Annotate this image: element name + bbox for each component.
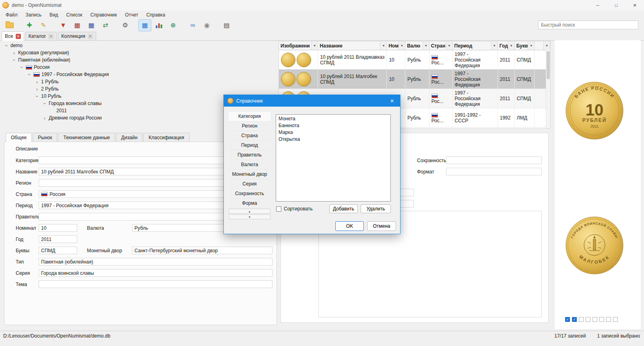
menu-reference[interactable]: Справочник (87, 11, 121, 19)
column-filter-icon[interactable]: ▾ (398, 41, 405, 50)
table-clean-button[interactable]: ▦ (71, 19, 84, 31)
column-filter-icon[interactable]: ▾ (528, 41, 534, 50)
tree-item-3[interactable]: ›Памятная (юбилейная) (2, 56, 276, 64)
field-input-12[interactable] (39, 280, 272, 288)
column-header-7[interactable]: Год▾ (497, 41, 514, 50)
coin-reverse-image[interactable]: ГОРОДА ВОИНСКОЙ СЛАВЫ МАЛГОБЕК (564, 215, 625, 276)
tree-expander-icon[interactable]: › (27, 72, 32, 77)
cell-country[interactable]: Рос... (429, 50, 452, 70)
detail-tab-4[interactable]: Дизайн (116, 133, 142, 142)
field-input-9[interactable]: СПМД (39, 247, 77, 254)
cell-period[interactable]: 1997 - Российская Федерация (452, 70, 497, 89)
tree-expander-icon[interactable]: › (12, 58, 17, 62)
field-input-8[interactable]: 2011 (39, 235, 77, 243)
dialog-section-9[interactable]: Сохранность (229, 189, 270, 199)
format-input[interactable] (446, 168, 542, 175)
image-slot-checkbox-3[interactable] (579, 317, 584, 322)
tree-expander-icon[interactable]: › (35, 94, 40, 99)
cell-nominal[interactable]: 10 (387, 50, 405, 70)
cell-letters[interactable]: СПМД (514, 50, 535, 70)
tab-close-icon[interactable]: ✕ (16, 34, 21, 39)
add-record-button[interactable]: ✚ (23, 19, 36, 31)
menu-record[interactable]: Запись (22, 11, 45, 19)
column-filter-icon[interactable]: ▾ (380, 41, 386, 50)
cell-currency[interactable]: Рубль (405, 50, 429, 70)
statistics-button[interactable] (153, 19, 165, 31)
tree-expander-icon[interactable]: › (19, 65, 25, 70)
cell-letters[interactable]: СПМД (514, 89, 535, 108)
table-scrollbar[interactable] (546, 50, 550, 128)
dialog-section-6[interactable]: Валюта (229, 160, 270, 170)
image-slot-checkbox-7[interactable] (606, 317, 611, 322)
tree-expander-icon[interactable]: › (12, 50, 17, 56)
tree-item-1[interactable]: ›demo (2, 42, 276, 49)
menu-report[interactable]: Отчет (121, 11, 142, 19)
cell-images[interactable] (279, 70, 318, 89)
sections-scroll-up-button[interactable]: ▲ (229, 209, 270, 214)
dialog-list-item-1[interactable]: Монета (276, 115, 390, 122)
cell-period[interactable]: 1991-1992 - СССР (452, 108, 497, 128)
dialog-list-item-2[interactable]: Банкнота (276, 122, 390, 129)
image-slot-checkbox-8[interactable] (613, 317, 618, 322)
sort-checkbox[interactable] (276, 206, 281, 212)
close-button[interactable]: ✕ (625, 0, 644, 10)
tree-item-7[interactable]: ›2 Рубль (2, 85, 276, 93)
cell-year[interactable]: 2011 (497, 70, 514, 89)
dialog-section-1[interactable]: Категория (229, 112, 270, 122)
table-select-button[interactable]: ▦ (85, 19, 98, 31)
image-slot-checkbox-2[interactable]: ✓ (572, 317, 577, 322)
field-input-10[interactable]: Памятная (юбилейная) (39, 258, 272, 266)
dialog-section-3[interactable]: Страна (229, 131, 270, 141)
column-filter-icon[interactable]: ▾ (311, 41, 318, 50)
settings-button[interactable]: ⚙ (119, 19, 132, 31)
dialog-section-8[interactable]: Серия (229, 179, 270, 189)
tree-item-4[interactable]: ›Россия (2, 64, 276, 71)
dialog-list-item-3[interactable]: Марка (276, 129, 390, 136)
link-button[interactable]: ∞ (186, 19, 199, 31)
cell-year[interactable]: 2011 (497, 89, 514, 108)
column-header-4[interactable]: Валю▾ (405, 41, 429, 50)
web-button[interactable]: ⊕ (167, 19, 180, 31)
tree-expander-icon[interactable]: › (4, 43, 9, 48)
tree-item-2[interactable]: ›Курсовая (регулярная) (2, 49, 276, 56)
price-button[interactable]: ◉ (200, 19, 213, 31)
view-tab-all[interactable]: Все✕ (2, 31, 24, 41)
tree-item-6[interactable]: ›1 Рубль (2, 78, 276, 85)
tree-expander-icon[interactable]: › (35, 79, 39, 84)
menu-list[interactable]: Список (62, 11, 87, 19)
column-filter-icon[interactable]: ▾ (508, 41, 514, 50)
column-header-6[interactable]: Период▾ (452, 41, 497, 50)
summary-panel-button[interactable]: ▤ (220, 19, 233, 31)
cell-name[interactable]: 10 рублей 2011 Малгобек СПМД (318, 70, 387, 89)
detail-tab-1[interactable]: Общее (6, 133, 32, 142)
tree-expander-icon[interactable]: › (35, 86, 39, 92)
field-input2-9[interactable]: Санкт-Петербургский монетный двор (132, 247, 272, 254)
column-filter-icon[interactable]: ▾ (491, 41, 497, 50)
dialog-section-4[interactable]: Период (229, 141, 270, 150)
image-slot-checkbox-6[interactable] (599, 317, 604, 322)
add-button[interactable]: Добавить (329, 204, 358, 213)
column-header-9[interactable]: ▾ (535, 41, 550, 50)
dialog-close-button[interactable]: ✕ (384, 95, 400, 107)
column-filter-icon[interactable]: ▾ (423, 41, 429, 50)
column-header-2[interactable]: Название▾ (318, 41, 387, 50)
open-collection-button[interactable] (3, 19, 16, 31)
remove-button[interactable]: Удалить (361, 204, 391, 213)
tree-item-5[interactable]: ›1997 - Российская Федерация (2, 71, 276, 78)
cell-name[interactable]: 10 рублей 2011 Владикавказ СПМД (318, 50, 387, 70)
column-filter-icon[interactable]: ▾ (446, 41, 452, 50)
column-header-3[interactable]: Ном▾ (387, 41, 405, 50)
tree-expander-icon[interactable]: › (42, 101, 47, 106)
image-slot-checkbox-1[interactable]: ✓ (565, 317, 570, 322)
table-scrollbar-thumb[interactable] (547, 51, 550, 79)
quick-search-input[interactable] (538, 21, 638, 29)
table-row-2[interactable]: 10 рублей 2011 Малгобек СПМД10РубльРос..… (279, 70, 550, 89)
coin-obverse-image[interactable]: БАНК РОССИИ 10 РУБЛЕЙ 2011 (564, 80, 625, 141)
dialog-section-5[interactable]: Правитель (229, 150, 270, 160)
cell-period[interactable]: 1997 - Российская Федерация (452, 50, 497, 70)
dialog-section-10[interactable]: Форма (229, 199, 270, 208)
dialog-section-2[interactable]: Регион (229, 122, 270, 131)
menu-file[interactable]: Файл (2, 11, 22, 19)
cell-currency[interactable]: Рубль (405, 108, 429, 128)
sections-scroll-down-button[interactable]: ▼ (229, 214, 270, 219)
